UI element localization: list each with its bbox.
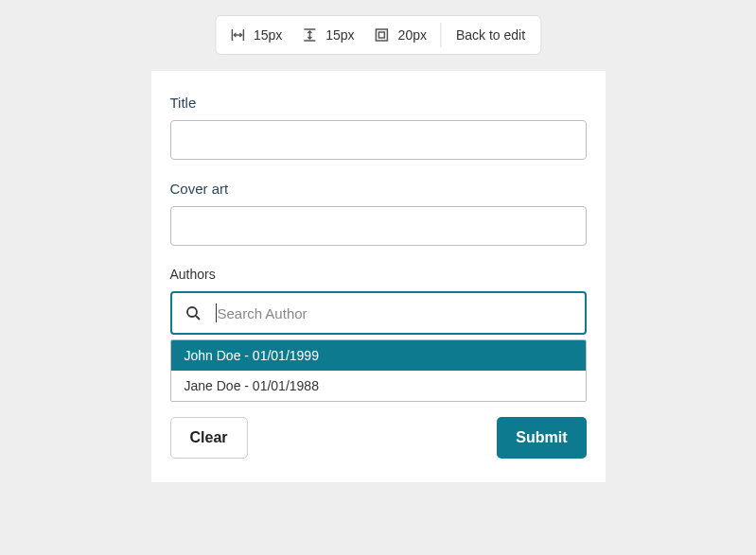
authors-label: Authors bbox=[170, 267, 587, 282]
authors-dropdown: John Doe - 01/01/1999 Jane Doe - 01/01/1… bbox=[170, 339, 587, 402]
authors-search-input[interactable] bbox=[170, 291, 587, 335]
text-cursor bbox=[216, 304, 217, 322]
hspace-icon bbox=[229, 26, 246, 43]
toolbar-divider bbox=[440, 23, 441, 47]
button-row: Clear Submit bbox=[170, 417, 587, 459]
authors-search-wrapper bbox=[170, 291, 587, 335]
svg-rect-6 bbox=[377, 29, 388, 41]
padding-control[interactable]: 20px bbox=[364, 26, 436, 43]
submit-button[interactable]: Submit bbox=[497, 417, 586, 459]
dropdown-item[interactable]: Jane Doe - 01/01/1988 bbox=[171, 371, 586, 401]
dropdown-item[interactable]: John Doe - 01/01/1999 bbox=[171, 340, 586, 371]
title-label: Title bbox=[170, 95, 587, 111]
hspace-control[interactable]: 15px bbox=[220, 26, 291, 43]
clear-button[interactable]: Clear bbox=[170, 417, 248, 459]
back-to-edit-link[interactable]: Back to edit bbox=[445, 27, 536, 43]
vspace-value: 15px bbox=[325, 27, 354, 43]
toolbar: 15px 15px 20px Back to edit bbox=[215, 15, 541, 55]
vspace-control[interactable]: 15px bbox=[291, 26, 363, 43]
title-input[interactable] bbox=[170, 120, 587, 160]
padding-value: 20px bbox=[398, 27, 427, 43]
cover-art-input[interactable] bbox=[170, 206, 587, 246]
vspace-icon bbox=[301, 26, 318, 43]
hspace-value: 15px bbox=[254, 27, 282, 43]
padding-icon bbox=[374, 26, 391, 43]
cover-art-label: Cover art bbox=[170, 181, 587, 197]
form-card: Title Cover art Authors John Doe - 01/01… bbox=[151, 71, 606, 482]
svg-rect-7 bbox=[379, 32, 385, 38]
